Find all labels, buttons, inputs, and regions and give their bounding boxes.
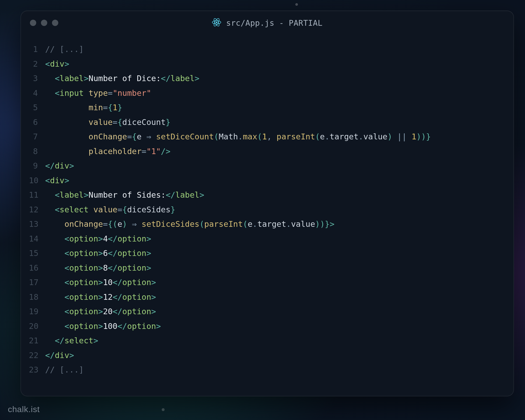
line-number: 15 <box>29 246 45 261</box>
code-content: <option>4</option> <box>45 232 151 246</box>
bg-dot <box>295 3 298 6</box>
code-content: <label>Number of Dice:</label> <box>45 71 200 86</box>
line-number: 17 <box>29 275 45 290</box>
code-content: placeholder="1"/> <box>45 144 170 159</box>
svg-point-3 <box>213 18 220 27</box>
code-content: onChange={e ⇒ setDiceCount(Math.max(1, p… <box>45 129 431 144</box>
code-content: <option>12</option> <box>45 290 156 304</box>
code-content: // [...] <box>45 42 84 57</box>
line-number: 9 <box>29 159 45 173</box>
code-line: 23// [...] <box>29 363 506 377</box>
code-line: 14 <option>4</option> <box>29 232 506 246</box>
code-line: 9</div> <box>29 159 506 173</box>
code-line: 4 <input type="number" <box>29 86 506 101</box>
line-number: 14 <box>29 232 45 246</box>
code-line: 20 <option>100</option> <box>29 319 506 334</box>
code-content: <label>Number of Sides:</label> <box>45 188 204 202</box>
watermark: chalk.ist <box>8 405 40 414</box>
code-line: 11 <label>Number of Sides:</label> <box>29 188 506 202</box>
bg-dot <box>162 408 165 411</box>
code-line: 3 <label>Number of Dice:</label> <box>29 71 506 86</box>
line-number: 5 <box>29 100 45 115</box>
code-line: 21 </select> <box>29 333 506 348</box>
code-content: <div> <box>45 173 69 188</box>
line-number: 8 <box>29 144 45 159</box>
code-content: <option>20</option> <box>45 304 156 319</box>
code-line: 6 value={diceCount} <box>29 115 506 130</box>
line-number: 4 <box>29 86 45 101</box>
editor-window: src/App.js - PARTIAL 1// [...]2<div>3 <l… <box>20 10 514 396</box>
line-number: 20 <box>29 319 45 334</box>
code-content: </div> <box>45 159 74 173</box>
code-content: <option>10</option> <box>45 275 156 290</box>
code-content: </select> <box>45 333 98 348</box>
code-content: <select value={diceSides} <box>45 202 175 217</box>
code-line: 22</div> <box>29 348 506 363</box>
code-content: value={diceCount} <box>45 115 170 130</box>
code-line: 18 <option>12</option> <box>29 290 506 304</box>
code-content: <option>6</option> <box>45 246 151 261</box>
code-line: 7 onChange={e ⇒ setDiceCount(Math.max(1,… <box>29 129 506 144</box>
code-line: 12 <select value={diceSides} <box>29 202 506 217</box>
code-line: 10<div> <box>29 173 506 188</box>
code-content: <option>100</option> <box>45 319 161 334</box>
code-line: 16 <option>8</option> <box>29 261 506 275</box>
line-number: 7 <box>29 129 45 144</box>
line-number: 2 <box>29 57 45 71</box>
traffic-light-minimize[interactable] <box>41 20 47 26</box>
line-number: 19 <box>29 304 45 319</box>
code-content: onChange={(e) ⇒ setDiceSides(parseInt(e.… <box>45 217 334 232</box>
traffic-light-close[interactable] <box>30 20 36 26</box>
line-number: 1 <box>29 42 45 57</box>
line-number: 23 <box>29 363 45 377</box>
code-content: <div> <box>45 57 69 71</box>
svg-point-1 <box>212 20 221 24</box>
line-number: 13 <box>29 217 45 232</box>
code-content: <option>8</option> <box>45 261 151 275</box>
svg-point-0 <box>216 22 217 23</box>
code-content: min={1} <box>45 100 122 115</box>
line-number: 10 <box>29 173 45 188</box>
code-line: 13 onChange={(e) ⇒ setDiceSides(parseInt… <box>29 217 506 232</box>
svg-point-2 <box>213 18 220 27</box>
code-line: 19 <option>20</option> <box>29 304 506 319</box>
code-line: 15 <option>6</option> <box>29 246 506 261</box>
line-number: 16 <box>29 261 45 275</box>
code-line: 1// [...] <box>29 42 506 57</box>
line-number: 18 <box>29 290 45 304</box>
react-icon <box>212 18 221 28</box>
line-number: 3 <box>29 71 45 86</box>
code-line: 17 <option>10</option> <box>29 275 506 290</box>
line-number: 6 <box>29 115 45 130</box>
code-content: <input type="number" <box>45 86 151 101</box>
line-number: 21 <box>29 333 45 348</box>
code-line: 5 min={1} <box>29 100 506 115</box>
code-editor[interactable]: 1// [...]2<div>3 <label>Number of Dice:<… <box>21 35 513 388</box>
code-content: // [...] <box>45 363 84 377</box>
window-title: src/App.js - PARTIAL <box>226 18 322 28</box>
code-line: 2<div> <box>29 57 506 71</box>
line-number: 22 <box>29 348 45 363</box>
code-line: 8 placeholder="1"/> <box>29 144 506 159</box>
code-content: </div> <box>45 348 74 363</box>
line-number: 11 <box>29 188 45 202</box>
window-controls <box>30 20 58 26</box>
traffic-light-zoom[interactable] <box>52 20 58 26</box>
line-number: 12 <box>29 202 45 217</box>
titlebar: src/App.js - PARTIAL <box>21 11 513 35</box>
